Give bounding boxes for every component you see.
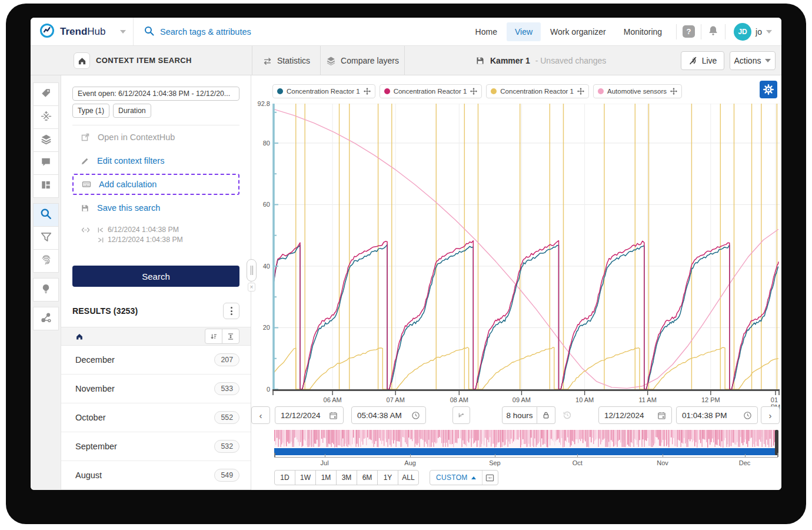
- results-menu-button[interactable]: [223, 303, 239, 319]
- fit-screen-button[interactable]: [482, 471, 498, 485]
- history-icon: [563, 410, 572, 420]
- panel-close-button[interactable]: ×: [248, 283, 255, 292]
- add-calculation-link[interactable]: Add calculation: [74, 175, 238, 194]
- preset-1m[interactable]: 1M: [315, 470, 337, 485]
- open-contexthub-link[interactable]: Open in ContextHub: [72, 125, 239, 149]
- sidebar-item-tag[interactable]: [33, 82, 59, 106]
- search-button[interactable]: Search: [72, 266, 239, 287]
- move-icon: [470, 88, 477, 95]
- nav-right: HomeViewWork organizerMonitoring ? JD jo: [467, 22, 781, 41]
- compare-layers-button[interactable]: Compare layers: [321, 46, 405, 75]
- search-placeholder: Search tags & attributes: [160, 27, 251, 37]
- top-nav: TrendHub Search tags & attributes HomeVi…: [31, 18, 781, 46]
- sidebar-item-funnel[interactable]: [33, 226, 59, 250]
- left-icon-rail: [31, 75, 61, 490]
- range-arrows-icon: [81, 226, 91, 234]
- end-date-field[interactable]: 12/12/2024: [598, 406, 672, 424]
- compare-trend-button[interactable]: [452, 406, 470, 424]
- y-axis-tick: 92.8: [251, 100, 270, 107]
- start-date-field[interactable]: 12/12/2024: [275, 406, 344, 424]
- actions-button[interactable]: Actions: [730, 51, 776, 70]
- range-end-value: 12/12/2024 1:04:38 PM: [108, 236, 183, 244]
- sidebar-item-bulb[interactable]: [33, 278, 59, 302]
- timeline-minimap[interactable]: JulAugSepOctNovDec: [274, 430, 778, 458]
- result-row-december[interactable]: December207: [61, 346, 251, 375]
- series-color-dot: [598, 88, 604, 94]
- nav-item-monitoring[interactable]: Monitoring: [615, 22, 670, 41]
- collapse-all-button[interactable]: [222, 329, 239, 344]
- step-forward-button[interactable]: ›: [761, 406, 780, 424]
- sidebar-item-operators[interactable]: [33, 105, 59, 129]
- global-search[interactable]: Search tags & attributes: [144, 26, 251, 38]
- save-search-link[interactable]: Save this search: [72, 196, 239, 220]
- user-menu-caret-icon[interactable]: [766, 30, 772, 34]
- lock-duration-button[interactable]: [537, 406, 555, 424]
- calendar-icon: [657, 411, 666, 420]
- start-time-field[interactable]: 05:04:38 AM: [351, 406, 426, 424]
- preset-3m[interactable]: 3M: [336, 470, 357, 485]
- sidebar-item-comment[interactable]: [33, 151, 59, 175]
- sidebar-item-layers[interactable]: [33, 128, 59, 152]
- avatar[interactable]: JD: [734, 23, 751, 41]
- move-icon: [670, 88, 677, 95]
- event-filter-chip[interactable]: Event open: 6/12/2024 1:04:38 PM - 12/12…: [72, 87, 239, 101]
- live-button[interactable]: Live: [681, 51, 724, 70]
- sidebar-item-fingerprint[interactable]: [33, 249, 59, 273]
- plot[interactable]: [272, 104, 780, 398]
- edit-context-filters-link[interactable]: Edit context filters: [72, 149, 239, 173]
- preset-1y[interactable]: 1Y: [377, 470, 398, 485]
- type-filter-chip[interactable]: Type (1): [72, 104, 109, 118]
- panel-resize-handle[interactable]: [247, 259, 257, 281]
- nav-item-view[interactable]: View: [507, 22, 541, 41]
- preset-all[interactable]: ALL: [398, 470, 419, 485]
- minimap-drag-handle[interactable]: [775, 430, 778, 455]
- legend-chip[interactable]: Concentration Reactor 1: [380, 84, 482, 98]
- sort-button[interactable]: [205, 329, 222, 344]
- sidebar-item-network[interactable]: [33, 307, 59, 330]
- zoom-presets: 1D1W1M3M6M1YALL CUSTOM: [274, 470, 498, 485]
- legend-chip[interactable]: Concentration Reactor 1: [272, 84, 375, 98]
- duration-field[interactable]: 8 hours: [502, 406, 537, 424]
- reset-time-button[interactable]: [559, 407, 575, 423]
- result-row-october[interactable]: October552: [61, 403, 251, 432]
- results-toolbar: [61, 327, 251, 346]
- duration-filter-chip[interactable]: Duration: [113, 104, 151, 118]
- minimap-selection-bar[interactable]: [274, 448, 778, 455]
- logo-caret-icon[interactable]: [120, 30, 126, 34]
- legend-chip[interactable]: Automotive sensors: [593, 84, 682, 98]
- nav-item-work-organizer[interactable]: Work organizer: [542, 22, 614, 41]
- app-window: TrendHub Search tags & attributes HomeVi…: [31, 18, 781, 490]
- notifications-bell-icon[interactable]: [707, 25, 719, 39]
- nav-item-home[interactable]: Home: [467, 22, 505, 41]
- minimap-month-label: Aug: [404, 459, 416, 466]
- sidebar-item-dashboard[interactable]: [33, 174, 59, 198]
- end-time-field[interactable]: 01:04:38 PM: [676, 406, 758, 424]
- range-start-icon: [97, 227, 104, 233]
- step-back-button[interactable]: ‹: [251, 406, 270, 424]
- actions-caret-icon: [765, 59, 771, 62]
- x-axis-tick: 09 AM: [513, 396, 531, 403]
- preset-1w[interactable]: 1W: [295, 470, 316, 485]
- home-button[interactable]: [74, 52, 90, 69]
- preset-6m[interactable]: 6M: [357, 470, 378, 485]
- logo-area[interactable]: TrendHub: [31, 18, 134, 45]
- sidebar-item-search[interactable]: [33, 203, 59, 227]
- statistics-button[interactable]: Statistics: [252, 46, 321, 75]
- operators-icon: [41, 111, 52, 124]
- y-axis-tick: 80: [251, 140, 270, 147]
- result-row-august[interactable]: August549: [61, 461, 251, 490]
- custom-range-button[interactable]: CUSTOM: [430, 471, 482, 485]
- legend-chip[interactable]: Concentration Reactor 1: [486, 84, 589, 98]
- result-row-september[interactable]: September532: [61, 432, 251, 461]
- trendhub-logo-icon: [39, 23, 55, 41]
- results-home-icon[interactable]: [75, 333, 84, 340]
- y-axis-tick: 0: [251, 386, 270, 393]
- secondary-toolbar: CONTEXT ITEM SEARCH Statistics Compare l…: [31, 46, 781, 75]
- series-label: Automotive sensors: [607, 88, 667, 95]
- result-row-november[interactable]: November533: [61, 375, 251, 403]
- chart-settings-button[interactable]: [760, 81, 777, 98]
- help-icon[interactable]: ?: [683, 25, 695, 38]
- app-title: TrendHub: [60, 26, 105, 38]
- preset-1d[interactable]: 1D: [274, 470, 295, 485]
- bulb-icon: [41, 283, 51, 296]
